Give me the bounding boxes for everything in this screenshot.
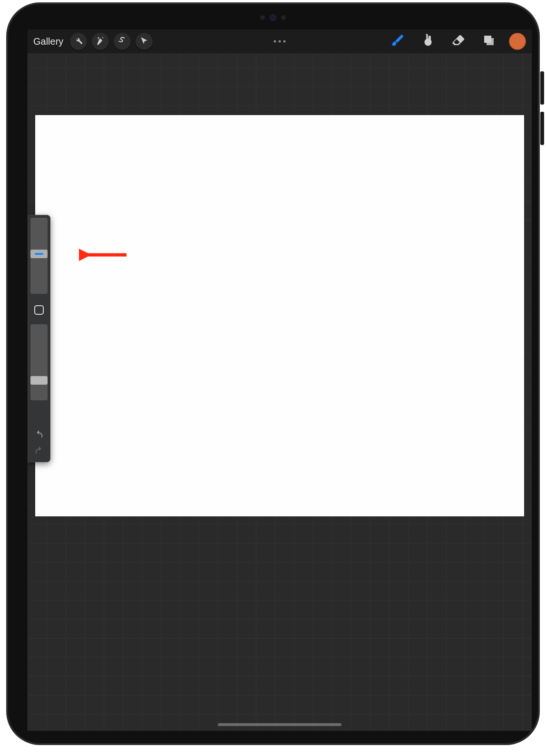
ipad-screen: Gallery xyxy=(28,29,532,731)
wand-icon xyxy=(96,36,105,47)
eraser-button[interactable] xyxy=(448,31,469,52)
adjustments-button[interactable] xyxy=(92,33,109,50)
redo-button[interactable] xyxy=(32,445,46,458)
opacity-slider[interactable] xyxy=(30,324,48,400)
wrench-icon xyxy=(74,36,83,47)
top-toolbar: Gallery xyxy=(28,29,532,53)
smudge-button[interactable] xyxy=(418,31,439,52)
camera-sensor xyxy=(281,15,286,20)
layers-button[interactable] xyxy=(478,31,499,52)
actions-button[interactable] xyxy=(70,33,87,50)
redo-icon xyxy=(34,446,44,458)
layers-icon xyxy=(482,33,496,49)
ellipsis-icon xyxy=(279,40,281,43)
hardware-volume-down xyxy=(540,112,544,145)
brush-icon xyxy=(390,33,405,49)
toolbar-right-group xyxy=(387,31,526,52)
transform-button[interactable] xyxy=(136,33,153,50)
brush-size-slider[interactable] xyxy=(30,218,48,294)
undo-redo-group xyxy=(30,426,48,458)
arrow-icon xyxy=(139,36,149,47)
undo-icon xyxy=(34,429,44,442)
drawing-canvas[interactable] xyxy=(35,115,524,516)
modify-button[interactable] xyxy=(30,300,48,320)
opacity-slider-thumb[interactable] xyxy=(30,376,48,385)
front-camera xyxy=(270,14,276,21)
side-toolbar xyxy=(28,215,50,462)
camera-cluster xyxy=(260,14,286,21)
home-indicator[interactable] xyxy=(218,723,341,726)
ellipsis-icon xyxy=(274,40,276,43)
square-icon xyxy=(34,305,44,315)
s-ribbon-icon xyxy=(117,36,127,47)
toolbar-menu-button[interactable] xyxy=(274,40,286,43)
camera-sensor xyxy=(260,15,265,20)
ipad-frame: Gallery xyxy=(7,3,539,745)
undo-button[interactable] xyxy=(32,429,46,442)
gallery-button[interactable]: Gallery xyxy=(33,36,63,47)
ellipsis-icon xyxy=(283,40,286,43)
smudge-icon xyxy=(421,33,435,49)
selection-button[interactable] xyxy=(114,33,131,50)
color-picker-button[interactable] xyxy=(509,33,526,50)
brush-button[interactable] xyxy=(387,31,408,52)
slider-accent-tick xyxy=(35,253,43,255)
hardware-volume-up xyxy=(540,71,544,105)
eraser-icon xyxy=(451,33,466,49)
brush-size-slider-thumb[interactable] xyxy=(30,250,48,258)
